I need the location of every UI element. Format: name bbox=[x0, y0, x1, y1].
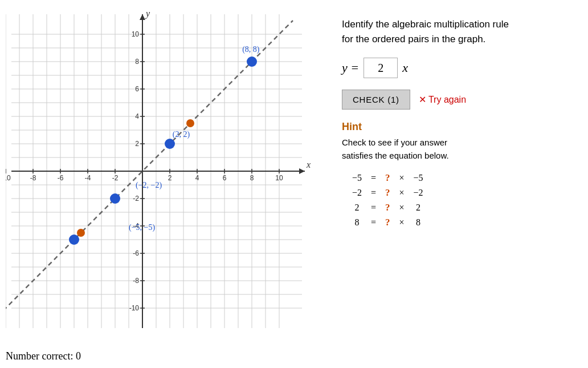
x-label: x bbox=[402, 60, 408, 75]
question-text: Identify the algebraic multiplication ru… bbox=[342, 17, 571, 46]
hint-row: 2 = ? × 2 bbox=[348, 200, 428, 215]
number-correct: Number correct: 0 bbox=[6, 350, 81, 362]
hint-row: −2 = ? × −2 bbox=[348, 185, 428, 200]
hint-table: −5 = ? × −5 −2 = ? × −2 2 = ? × 2 8 = ? … bbox=[348, 171, 428, 230]
hint-row: 8 = ? × 8 bbox=[348, 215, 428, 230]
hint-title: Hint bbox=[342, 121, 571, 133]
y-label: y = bbox=[342, 60, 359, 75]
equation-input[interactable] bbox=[364, 58, 398, 78]
try-again-text: ✕ Try again bbox=[419, 94, 466, 105]
hint-text: Check to see if your answer satisfies th… bbox=[342, 136, 571, 162]
check-button[interactable]: CHECK (1) bbox=[342, 90, 410, 110]
hint-row: −5 = ? × −5 bbox=[348, 171, 428, 185]
